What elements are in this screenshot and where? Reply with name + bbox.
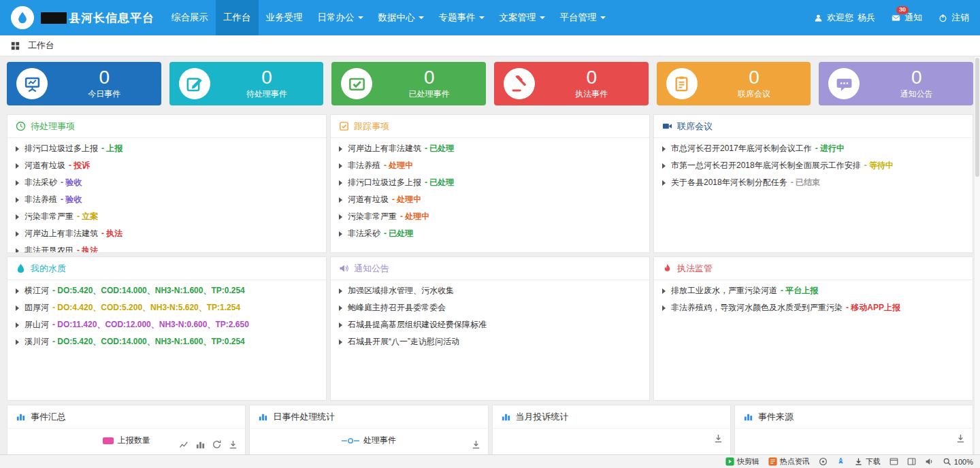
- law-enforcement-list[interactable]: 排放工业废水，严重污染河道 平台上报 非法养殖鸡，导致河水颜色及水质受到严重污染…: [654, 280, 973, 400]
- quickcut-button[interactable]: 快剪辑: [725, 456, 760, 467]
- logout-label: 注销: [951, 12, 969, 24]
- menu-item-daily-office[interactable]: 日常办公: [310, 0, 371, 35]
- window-icon[interactable]: [889, 457, 898, 466]
- list-item[interactable]: 非法采砂 已处理: [331, 225, 649, 242]
- list-item[interactable]: 河道有垃圾 投诉: [7, 157, 326, 174]
- list-item[interactable]: 非法养殖鸡，导致河水颜色及水质受到严重污染 移动APP上报: [654, 299, 973, 316]
- rocket-icon[interactable]: [836, 457, 845, 466]
- status-badge: 执法: [101, 228, 122, 239]
- status-badge: 等待中: [864, 160, 894, 171]
- list-item[interactable]: 河岸边上有非法建筑 执法: [7, 225, 326, 242]
- menu-item-special-events[interactable]: 专题事件: [431, 0, 492, 35]
- list-item[interactable]: 河岸边上有非法建筑 已处理: [331, 140, 649, 157]
- list-item[interactable]: 加强区域排水管理、污水收集: [331, 282, 649, 299]
- list-item[interactable]: 非法采砂 验收: [7, 174, 326, 191]
- line-chart-toggle-icon[interactable]: [179, 439, 189, 450]
- menu-item-overview[interactable]: 综合展示: [164, 0, 216, 35]
- speaker-icon[interactable]: [925, 457, 934, 466]
- panel-header: 跟踪事项: [331, 115, 649, 138]
- legend-processed-events[interactable]: 处理事件: [250, 435, 487, 446]
- menu-item-platform-mgmt[interactable]: 平台管理: [553, 0, 613, 35]
- menu-item-data-center[interactable]: 数据中心: [371, 0, 431, 35]
- tracking-list[interactable]: 河岸边上有非法建筑 已处理 非法养殖 处理中 排污口垃圾过多上报 已处理 河道有…: [331, 138, 649, 252]
- list-item[interactable]: 河道有垃圾 处理中: [331, 191, 649, 208]
- user-welcome[interactable]: 欢迎您 杨兵: [814, 12, 875, 24]
- stat-value: 0: [372, 67, 486, 88]
- grid-icon[interactable]: [11, 41, 20, 50]
- list-item[interactable]: 排污口垃圾过多上报 上报: [7, 140, 326, 157]
- panels-grid: 待处理事项 排污口垃圾过多上报 上报 河道有垃圾 投诉 非法采砂 验收 非法养殖…: [7, 114, 973, 401]
- refresh-icon[interactable]: [212, 439, 222, 450]
- logout-button[interactable]: 注销: [938, 12, 969, 24]
- stat-card-pending-events[interactable]: 0 待处理事件: [169, 62, 324, 105]
- stat-label: 通知公告: [860, 88, 973, 100]
- arrow-bullet-icon: [339, 288, 342, 294]
- scrollbar-thumb[interactable]: [975, 58, 979, 177]
- water-quality-row[interactable]: 屏山河 DO:11.420、COD:12.000、NH3-N:0.600、TP:…: [7, 316, 326, 333]
- sidebar-layout-icon[interactable]: [907, 457, 916, 466]
- list-item[interactable]: 非法养殖 验收: [7, 191, 326, 208]
- water-quality-row[interactable]: 溪川河 DO:5.420、COD:14.000、NH3-N:1.600、TP:0…: [7, 333, 326, 350]
- list-item[interactable]: 市总河长召开2017年底河长制会议工作 进行中: [654, 140, 973, 157]
- menu-item-business[interactable]: 业务受理: [259, 0, 310, 35]
- username: 杨兵: [858, 12, 875, 24]
- list-item[interactable]: 污染非常严重 处理中: [331, 208, 649, 225]
- bar-chart-toggle-icon[interactable]: [195, 439, 206, 450]
- notice-badge: 30: [896, 6, 909, 14]
- water-quality-list[interactable]: 横江河 DO:5.420、COD:14.000、NH3-N:1.600、TP:0…: [7, 280, 326, 400]
- list-item[interactable]: 鲍峰庭主持召开县委常委会: [331, 299, 649, 316]
- menu-item-workbench[interactable]: 工作台: [216, 0, 259, 35]
- list-item[interactable]: 污染非常严重 立案: [7, 208, 326, 225]
- stat-value: 0: [860, 67, 973, 88]
- panel-title: 联席会议: [677, 120, 713, 133]
- panel-header: 通知公告: [331, 257, 649, 280]
- panel-pending-items: 待处理事项 排污口垃圾过多上报 上报 河道有垃圾 投诉 非法采砂 验收 非法养殖…: [7, 114, 327, 253]
- river-name: 屏山河: [24, 319, 49, 331]
- hot-news-button[interactable]: 热点资讯: [768, 456, 810, 467]
- arrow-bullet-icon: [662, 288, 666, 294]
- list-item[interactable]: 排污口垃圾过多上报 已处理: [331, 174, 649, 191]
- list-item[interactable]: 石城县开展“八一”走访慰问活动: [331, 333, 649, 350]
- magnifier-icon: [943, 457, 951, 466]
- panel-title: 通知公告: [354, 263, 389, 275]
- stat-card-today-events[interactable]: 0 今日事件: [7, 62, 161, 105]
- meeting-list[interactable]: 市总河长召开2017年底河长制会议工作 进行中 市第一总河长召开2018年底河长…: [654, 138, 973, 252]
- notice-list[interactable]: 加强区域排水管理、污水收集 鲍峰庭主持召开县委常委会 石城县提高基层组织建设经费…: [331, 280, 649, 400]
- arrow-bullet-icon: [16, 305, 19, 311]
- menu-item-document-mgmt[interactable]: 文案管理: [492, 0, 553, 35]
- notice-label: 通知: [904, 12, 922, 24]
- main-menu: 综合展示 工作台 业务受理 日常办公 数据中心 专题事件 文案管理 平台管理: [164, 0, 613, 35]
- water-quality-row[interactable]: 固厚河 DO:4.420、COD:5.200、NH3-N:5.620、TP:1.…: [7, 299, 326, 316]
- clock-icon: [16, 121, 26, 131]
- list-item[interactable]: 石城县提高基层组织建设经费保障标准: [331, 316, 649, 333]
- list-item[interactable]: 非法开垦农田 执法: [7, 242, 326, 252]
- notice-button[interactable]: 30 通知: [892, 12, 922, 24]
- arrow-bullet-icon: [339, 322, 342, 328]
- stat-card-enforcement-events[interactable]: 0 执法事件: [494, 62, 649, 105]
- water-quality-row[interactable]: 横江河 DO:5.420、COD:14.000、NH3-N:1.600、TP:0…: [7, 282, 326, 299]
- status-badge: 立案: [77, 211, 98, 222]
- download-icon[interactable]: [713, 433, 723, 444]
- list-item[interactable]: 市第一总河长召开2018年底河长制全面展示工作安排 等待中: [654, 157, 973, 174]
- stat-card-notices[interactable]: 0 通知公告: [819, 62, 973, 105]
- breadcrumb: 工作台: [0, 35, 980, 56]
- comment-icon: [836, 76, 853, 93]
- page-scrollbar[interactable]: [974, 56, 980, 454]
- list-item[interactable]: 排放工业废水，严重污染河道 平台上报: [654, 282, 973, 299]
- zoom-control[interactable]: 100%: [943, 457, 973, 466]
- list-item[interactable]: 关于各县2018年河长制分配任务 已结束: [654, 174, 973, 191]
- list-item[interactable]: 非法养殖 处理中: [331, 157, 649, 174]
- stat-value: 0: [210, 67, 324, 88]
- download-icon[interactable]: [228, 439, 238, 450]
- download-manager-button[interactable]: 下载: [854, 456, 881, 467]
- stat-card-processed-events[interactable]: 0 已处理事件: [331, 62, 486, 105]
- bar-chart-icon: [258, 412, 268, 422]
- pending-list[interactable]: 排污口垃圾过多上报 上报 河道有垃圾 投诉 非法采砂 验收 非法养殖 验收 污染…: [7, 138, 326, 252]
- download-icon[interactable]: [956, 433, 966, 444]
- target-icon[interactable]: [819, 457, 828, 466]
- stat-value: 0: [698, 67, 811, 88]
- stat-card-joint-meetings[interactable]: 0 联席会议: [657, 62, 811, 105]
- download-icon[interactable]: [471, 439, 481, 450]
- arrow-bullet-icon: [662, 305, 666, 311]
- water-drop-icon: [16, 263, 26, 273]
